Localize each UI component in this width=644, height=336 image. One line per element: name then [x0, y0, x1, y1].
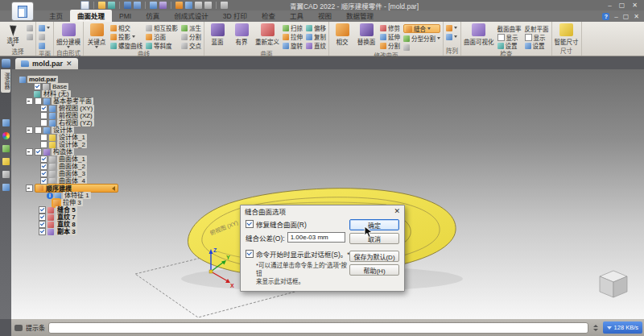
select-option-button[interactable] [27, 33, 33, 40]
smart-dimension-button[interactable]: 智能尺寸 [555, 23, 579, 46]
intersect-curve-button[interactable]: 相交 [110, 24, 142, 31]
tree-item-copy-3[interactable]: 副本 3 [14, 228, 118, 235]
curvature-show-checkbox[interactable]: 显示 [497, 34, 522, 41]
visibility-checkbox[interactable] [40, 141, 47, 148]
ruled-surface-button[interactable]: 直纹 [306, 42, 326, 49]
tab-home[interactable]: 主页 [42, 10, 70, 22]
stitch-tolerance-input[interactable] [287, 232, 345, 243]
expand-toggle[interactable] [26, 185, 33, 192]
tree-item-design-body-1[interactable]: 设计体_1 [14, 134, 118, 141]
trim-button[interactable]: 修剪 [380, 24, 400, 31]
subdivision-modeling-button[interactable]: 细分建模 [56, 23, 80, 48]
isocline-curve-button[interactable]: 等斜度 [146, 42, 178, 49]
tree-item-base[interactable]: Base [14, 83, 118, 90]
replace-face-button[interactable]: 替换面 [356, 23, 377, 46]
redefine-button[interactable]: 重新定义 [255, 23, 279, 46]
save-all-icon[interactable] [134, 2, 141, 9]
reflection-settings-button[interactable]: 设置 [525, 42, 549, 49]
tree-item-surface-body-1[interactable]: 曲面体_1 [14, 156, 118, 163]
visibility-checkbox[interactable] [39, 221, 46, 228]
tree-item-design-body-2[interactable]: 设计体_2 [14, 141, 118, 148]
stitch-button[interactable]: 缝合 [403, 24, 440, 33]
plane-angle-button[interactable] [39, 42, 50, 49]
tab-surfacing[interactable]: 曲面处理 [70, 10, 112, 22]
tab-data-management[interactable]: 数据管理 [339, 10, 381, 22]
parting-split-button[interactable]: 分型分割 [403, 35, 440, 42]
tree-group-design-bodies[interactable]: 设计体 [14, 127, 118, 134]
dots-icon[interactable] [2, 171, 10, 178]
tree-root[interactable]: mold.par [14, 76, 118, 83]
doc-restore-button[interactable]: ▢ [623, 13, 630, 20]
display-icon[interactable] [2, 145, 10, 152]
doc-close-button[interactable]: ✕ [634, 13, 639, 20]
maximize-button[interactable]: ▢ [619, 2, 625, 9]
tab-pmi[interactable]: PMI [112, 11, 138, 22]
prompt-spinner[interactable] [592, 325, 600, 331]
expand-toggle[interactable] [26, 127, 33, 134]
help-button[interactable]: 帮助(H) [349, 264, 399, 276]
tab-simulation[interactable]: 仿真 [138, 10, 167, 22]
tab-inspect[interactable]: 检查 [254, 10, 283, 22]
visibility-checkbox[interactable] [39, 228, 46, 235]
revolved-surface-button[interactable]: 旋转 [283, 42, 303, 49]
copy-surface-button[interactable]: 复制 [306, 33, 326, 40]
window-icon[interactable] [150, 2, 157, 9]
tree-item-extrude-3[interactable]: 拉伸 3 [14, 199, 118, 206]
color-wheel-icon[interactable] [2, 132, 10, 139]
mirror-button[interactable] [446, 33, 457, 40]
tree-item-top-plane[interactable]: 俯视图 (XY) [14, 105, 118, 112]
visibility-checkbox[interactable] [40, 119, 47, 127]
minimize-button[interactable]: – [608, 2, 611, 9]
cancel-button[interactable]: 取消 [349, 233, 399, 244]
intersect-button[interactable]: 相交 [332, 23, 353, 46]
swept-surface-button[interactable]: 扫掠 [283, 24, 303, 31]
tree-item-front-plane[interactable]: 前视图 (XZ) [14, 112, 118, 119]
visibility-checkbox[interactable] [40, 163, 47, 170]
tree-item-surface-body-2[interactable]: 曲面体_2 [14, 163, 118, 170]
new-document-icon[interactable] [80, 1, 89, 10]
dialog-title-bar[interactable]: 缝合曲面选项 ✕ [241, 205, 404, 216]
help-icon[interactable]: ? [602, 13, 609, 20]
pathfinder-icon[interactable] [2, 59, 10, 68]
project-curve-button[interactable]: 投影 [110, 33, 142, 40]
dialog-close-icon[interactable]: ✕ [394, 207, 400, 215]
import-icon[interactable] [108, 2, 115, 9]
visibility-checkbox[interactable] [40, 156, 47, 163]
open-icon[interactable] [98, 2, 105, 9]
curvature-settings-button[interactable]: 设置 [497, 42, 522, 49]
bounded-surface-button[interactable]: 有界 [231, 23, 252, 46]
reflection-show-checkbox[interactable]: 显示 [525, 34, 549, 41]
visibility-checkbox[interactable] [39, 206, 46, 214]
visibility-checkbox[interactable] [39, 214, 46, 221]
key-icon[interactable] [2, 158, 10, 165]
prompt-field[interactable] [48, 322, 588, 334]
tab-tools[interactable]: 工具 [283, 10, 311, 22]
visibility-checkbox[interactable] [35, 97, 42, 105]
expand-toggle[interactable] [26, 148, 33, 156]
expand-toggle[interactable] [26, 97, 33, 105]
cross-curve-button[interactable]: 相互投影 [146, 24, 178, 31]
visibility-checkbox[interactable] [35, 127, 42, 134]
helix-curve-button[interactable]: 螺旋曲线 [110, 42, 142, 49]
visibility-checkbox[interactable] [35, 148, 42, 156]
surface-visualization-button[interactable]: 曲面可视化 [464, 23, 494, 46]
extruded-surface-button[interactable]: 拉伸 [283, 33, 303, 40]
collapse-arrow-icon[interactable] [112, 186, 115, 191]
tree-item-ruled-8[interactable]: 直纹 8 [14, 221, 118, 228]
split-curve-button[interactable]: 分割 [181, 33, 201, 40]
visibility-checkbox[interactable] [40, 177, 47, 185]
visibility-checkbox[interactable] [40, 170, 47, 177]
visibility-checkbox[interactable] [40, 112, 47, 119]
derived-curve-button[interactable]: 派生 [181, 24, 201, 31]
view-cube[interactable] [600, 271, 627, 297]
save-icon[interactable] [124, 2, 131, 9]
tab-close-icon[interactable]: ✕ [66, 60, 72, 68]
tree-group-construction-bodies[interactable]: 构造体 [14, 148, 118, 156]
plane-button[interactable] [39, 24, 50, 31]
application-button[interactable] [11, 2, 34, 21]
close-button[interactable]: ✕ [632, 2, 638, 9]
ok-button[interactable]: 确定 [349, 219, 399, 230]
visibility-checkbox[interactable] [40, 134, 47, 141]
tree-group-ordered-modeling[interactable]: 顺序建模 [14, 185, 118, 192]
tree-item-stitch-5[interactable]: 缝合 5 [14, 206, 118, 214]
